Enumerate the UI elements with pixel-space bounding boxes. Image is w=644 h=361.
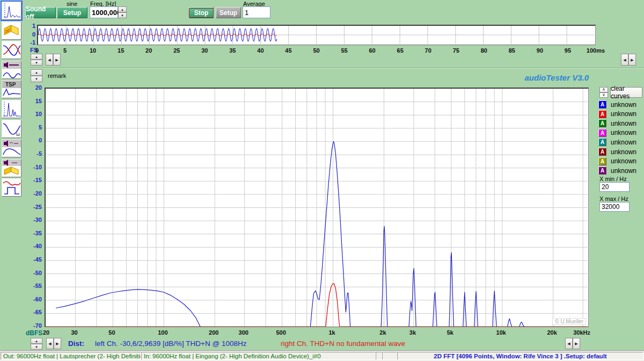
fft-db-tick-label: -60 bbox=[19, 296, 42, 302]
waveform-tick-label: 0 bbox=[27, 47, 47, 54]
fft-db-tick-label: -65 bbox=[19, 309, 42, 315]
waveform-tick-label: 60 bbox=[363, 47, 382, 54]
fft-scale-down-icon[interactable]: ▼ bbox=[31, 344, 42, 350]
xmin-input[interactable]: 20 bbox=[599, 182, 630, 192]
waveform-shapes-icon[interactable] bbox=[2, 178, 21, 197]
legend-item[interactable]: Aunknown bbox=[598, 110, 636, 119]
fft-xtick-origin: 20 bbox=[43, 329, 49, 336]
waveform-tick-label: 25 bbox=[167, 47, 186, 54]
fft-frequency-tick-label: 30kHz bbox=[568, 329, 595, 336]
stop-button[interactable]: Stop bbox=[189, 7, 214, 18]
legend-item-label: unknown bbox=[611, 120, 636, 127]
fft-db-tick-label: 20 bbox=[19, 84, 42, 91]
status-fft-settings: 2D FFT [4096 Points, Window: Rife Vince … bbox=[397, 352, 643, 360]
waveform-plot[interactable] bbox=[37, 25, 596, 45]
waveform-zoom-right-icon[interactable]: ▶ bbox=[628, 54, 636, 66]
waveform-tick-label: 15 bbox=[111, 47, 130, 54]
fft-spectrum-icon[interactable] bbox=[2, 2, 21, 20]
average-input[interactable]: 1 bbox=[243, 6, 270, 18]
fft-db-tick-label: -55 bbox=[19, 283, 42, 289]
channel-color-swatch[interactable]: A bbox=[598, 167, 606, 175]
fft-db-tick-label: -50 bbox=[19, 270, 42, 276]
fft-scroll-right-icon[interactable]: ▶ bbox=[54, 338, 61, 349]
legend-item[interactable]: Aunknown bbox=[598, 128, 636, 138]
dist-left-channel: left Ch. -30,6/2,9639 [dB/%] THD+N @ 100… bbox=[95, 340, 246, 348]
status-bar: Out: 96000Hz float | Lautsprecher (2- Hi… bbox=[0, 350, 644, 361]
channel-color-swatch[interactable]: A bbox=[598, 100, 606, 109]
remark-spinner-down-icon[interactable]: ▼ bbox=[31, 76, 42, 82]
legend-item[interactable]: Aunknown bbox=[598, 138, 636, 147]
app-title: audioTester V3.0 bbox=[525, 73, 589, 82]
status-spacer-1 bbox=[376, 352, 382, 360]
status-output-device: Out: 96000Hz float | Lautsprecher (2- Hi… bbox=[1, 352, 141, 360]
waveform-scale-down-icon[interactable]: ▼ bbox=[31, 60, 42, 66]
clear-curves-button[interactable]: clear curves bbox=[610, 87, 642, 98]
channel-color-swatch[interactable]: A bbox=[598, 138, 606, 146]
fft-db-tick-label: -10 bbox=[19, 164, 42, 170]
channel-color-swatch[interactable]: A bbox=[598, 110, 606, 118]
waveform-scroll-right-icon[interactable]: ▶ bbox=[53, 54, 61, 66]
channel-color-swatch[interactable]: A bbox=[598, 148, 606, 156]
channel-color-swatch[interactable]: A bbox=[598, 119, 606, 127]
waveform-tick-label: 35 bbox=[223, 47, 242, 54]
waveform-tick-label: 20 bbox=[139, 47, 158, 54]
legend-item[interactable]: Aunknown bbox=[598, 147, 636, 156]
channel-color-swatch[interactable]: A bbox=[598, 129, 606, 137]
tsp-measurement-icon[interactable]: TSP bbox=[2, 80, 21, 98]
spectrum-peaks-icon[interactable] bbox=[2, 100, 21, 118]
speaker-frequency-response-icon[interactable] bbox=[2, 139, 21, 157]
fft-frequency-tick-label: 10k bbox=[488, 329, 515, 336]
waveform-curves bbox=[38, 26, 595, 44]
freq-input[interactable]: 1000,0000 bbox=[90, 6, 118, 18]
curve-select-up-icon[interactable]: ∧ bbox=[599, 87, 608, 92]
legend-item-label: unknown bbox=[611, 157, 636, 165]
speaker-impedance-icon[interactable] bbox=[2, 61, 21, 79]
fft-db-tick-label: -30 bbox=[19, 216, 42, 223]
waveform-zoom-left-icon[interactable]: ◀ bbox=[621, 54, 628, 66]
fft-zoom-left-icon[interactable]: ◀ bbox=[565, 338, 573, 349]
fft-scale-up-icon[interactable]: ▲ bbox=[31, 338, 42, 344]
legend-item[interactable]: Aunknown bbox=[598, 119, 636, 128]
fft-frequency-tick-label: 300 bbox=[230, 329, 257, 336]
legend-item[interactable]: Aunknown bbox=[598, 166, 636, 175]
remark-spinner-up-icon[interactable]: ▲ bbox=[31, 69, 42, 76]
status-input-device: In: 96000Hz float | Eingang (2- High Def… bbox=[141, 352, 376, 360]
legend-item-label: unknown bbox=[611, 129, 636, 136]
stop-button-label: Stop bbox=[189, 8, 214, 18]
waveform-tick-label: 30 bbox=[195, 47, 214, 54]
freq-spinner-down-icon[interactable]: ▼ bbox=[118, 12, 127, 18]
fft-db-tick-label: 10 bbox=[19, 111, 42, 117]
waveform-tick-label: 90 bbox=[530, 47, 550, 54]
fft-zoom-right-icon[interactable]: ▶ bbox=[573, 338, 580, 349]
waveform-scale-up-icon[interactable]: ▲ bbox=[31, 54, 42, 60]
recorder-setup-button[interactable]: Setup bbox=[216, 7, 241, 18]
waveform-scroll-left-icon[interactable]: ◀ bbox=[46, 54, 53, 66]
svg-text:ω: ω bbox=[16, 132, 20, 137]
fft-plot[interactable]: © U.Mueller bbox=[45, 88, 589, 327]
generator-setup-button[interactable]: Setup bbox=[57, 7, 87, 18]
legend-item[interactable]: Aunknown bbox=[598, 157, 636, 166]
remark-label: remark bbox=[48, 73, 66, 79]
speaker-manual-icon[interactable] bbox=[2, 159, 21, 177]
waveform-tick-label: 95 bbox=[558, 47, 577, 54]
fft-curves bbox=[46, 89, 588, 327]
watermark: © U.Mueller bbox=[552, 318, 586, 325]
waveform-ytick-1: 1 bbox=[13, 23, 35, 29]
sine-label: sine bbox=[56, 1, 87, 7]
curve-select-down-icon[interactable]: ∨ bbox=[599, 92, 608, 98]
waveform-tick-label: 50 bbox=[307, 47, 326, 54]
fft-db-tick-label: -70 bbox=[19, 322, 42, 329]
fft-frequency-tick-label: 1k bbox=[319, 329, 346, 336]
channel-color-swatch[interactable]: A bbox=[598, 157, 606, 165]
fft-db-tick-label: -15 bbox=[19, 177, 42, 183]
sound-off-button[interactable]: Sound off bbox=[25, 7, 56, 18]
waveform-tick-label: 40 bbox=[251, 47, 270, 54]
legend-item[interactable]: Aunknown bbox=[598, 100, 636, 109]
fft-scroll-left-icon[interactable]: ◀ bbox=[46, 338, 54, 349]
legend-item-label: unknown bbox=[611, 110, 636, 118]
fft-db-tick-label: -35 bbox=[19, 230, 42, 236]
xmin-label: X min / Hz bbox=[599, 176, 627, 182]
impedance-omega-icon[interactable]: ω bbox=[2, 120, 21, 138]
freq-spinner-up-icon[interactable]: ▲ bbox=[118, 6, 127, 12]
xmax-input[interactable]: 32000 bbox=[599, 202, 630, 212]
